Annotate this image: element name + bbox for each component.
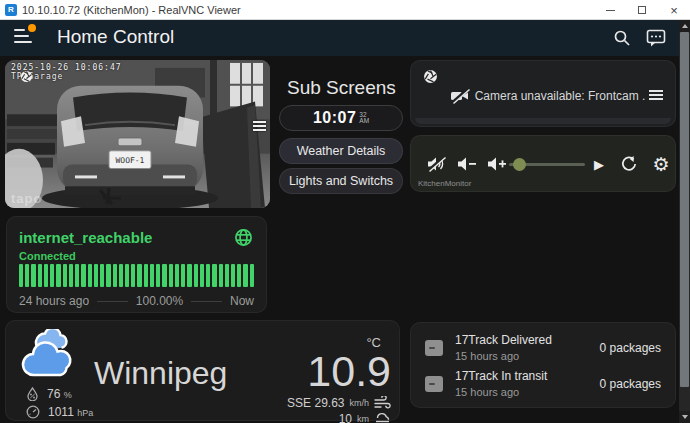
minimize-icon bbox=[606, 10, 615, 11]
card-menu-icon[interactable] bbox=[649, 90, 663, 102]
camera-iris-icon bbox=[423, 69, 438, 84]
history-bar bbox=[100, 264, 104, 287]
history-bar bbox=[175, 264, 179, 287]
camera-card-menu-icon[interactable] bbox=[253, 121, 267, 133]
frontcam-unavailable-card: Camera unavailable: Frontcam . bbox=[410, 60, 676, 127]
track-row-delivered[interactable]: 17Track Delivered 15 hours ago 0 package… bbox=[425, 332, 661, 364]
entity-title: internet_reachable bbox=[19, 229, 152, 246]
slider-knob[interactable] bbox=[513, 158, 526, 171]
close-button[interactable]: × bbox=[658, 0, 690, 20]
garage-camera-feed: WOOF-1 bbox=[5, 60, 270, 208]
history-bar bbox=[212, 264, 216, 287]
refresh-icon bbox=[620, 155, 638, 173]
time-display[interactable]: 10:07 32 AM bbox=[279, 105, 403, 131]
arrow-down-icon bbox=[682, 415, 688, 419]
temperature-value: 10.9 bbox=[287, 350, 391, 394]
camera-iris-icon bbox=[20, 70, 33, 83]
slider-track bbox=[509, 163, 585, 166]
history-bar bbox=[25, 264, 29, 287]
fog-visibility-icon bbox=[374, 412, 391, 423]
refresh-button[interactable] bbox=[617, 153, 641, 175]
weather-card[interactable]: Winnipeg °C 10.9 SSE 29.63 km/h 10 km bbox=[5, 320, 400, 421]
sub-screens-title: Sub Screens bbox=[287, 77, 396, 99]
lights-and-switches-button[interactable]: Lights and Switchs bbox=[279, 168, 403, 194]
visibility-unit: km bbox=[357, 414, 369, 423]
history-bar bbox=[19, 264, 23, 287]
volume-minus-icon bbox=[457, 156, 477, 172]
history-bar bbox=[200, 264, 204, 287]
history-bar bbox=[75, 264, 79, 287]
package-count: 0 packages bbox=[600, 377, 661, 391]
pressure-gauge-icon bbox=[26, 405, 40, 419]
history-bar bbox=[88, 264, 92, 287]
connectivity-history bbox=[19, 264, 254, 287]
history-bar bbox=[56, 264, 60, 287]
partial-card-edge bbox=[415, 118, 671, 124]
assist-chat-button[interactable] bbox=[644, 27, 668, 49]
history-bar bbox=[219, 264, 223, 287]
track-row-in-transit[interactable]: 17Track In transit 15 hours ago 0 packag… bbox=[425, 368, 661, 400]
package-count: 0 packages bbox=[600, 341, 661, 355]
minimize-button[interactable] bbox=[594, 0, 626, 20]
vertical-scrollbar[interactable] bbox=[679, 20, 690, 423]
weather-details-button[interactable]: Weather Details bbox=[279, 138, 403, 164]
history-end-label: Now bbox=[230, 294, 254, 308]
package-icon bbox=[425, 376, 443, 392]
scrollbar-thumb[interactable] bbox=[680, 32, 689, 387]
arrow-up-icon bbox=[682, 24, 688, 28]
globe-icon bbox=[234, 228, 253, 247]
history-bar bbox=[94, 264, 98, 287]
volume-down-button[interactable] bbox=[455, 153, 479, 175]
window-title: 10.10.10.72 (KitchenMon) - RealVNC Viewe… bbox=[22, 4, 241, 16]
wind-value: SSE 29.63 bbox=[287, 396, 344, 410]
volume-slider[interactable] bbox=[509, 153, 585, 175]
maximize-icon bbox=[638, 6, 646, 14]
time-hours-minutes: 10:07 bbox=[313, 109, 356, 127]
scroll-down-button[interactable] bbox=[679, 411, 690, 423]
garage-camera-card[interactable]: WOOF-1 2025-10-26 10:06:47 TP Garage tap… bbox=[5, 60, 270, 208]
history-bar bbox=[144, 264, 148, 287]
history-bar bbox=[150, 264, 154, 287]
menu-icon bbox=[14, 29, 25, 31]
divider bbox=[191, 301, 222, 302]
humidity-unit: % bbox=[64, 390, 72, 400]
history-bar bbox=[250, 264, 254, 287]
scroll-up-button[interactable] bbox=[679, 20, 690, 32]
history-bar bbox=[237, 264, 241, 287]
history-bar bbox=[243, 264, 247, 287]
media-device-label: KitchenMonitor bbox=[418, 179, 471, 188]
realvnc-logo-icon: R bbox=[5, 4, 17, 16]
play-button[interactable]: ▶ bbox=[589, 153, 609, 175]
history-bar bbox=[162, 264, 166, 287]
history-start-label: 24 hours ago bbox=[19, 294, 89, 308]
license-plate-text: WOOF-1 bbox=[116, 156, 145, 165]
history-bar bbox=[156, 264, 160, 287]
search-button[interactable] bbox=[610, 27, 634, 49]
camera-unavailable-message: Camera unavailable: Frontcam . bbox=[471, 89, 649, 103]
history-bar bbox=[50, 264, 54, 287]
video-off-icon bbox=[449, 86, 471, 106]
pressure-value: 1011 bbox=[48, 405, 74, 419]
camera-label: TP Garage bbox=[11, 72, 63, 81]
page-title: Home Control bbox=[57, 26, 174, 48]
volume-plus-icon bbox=[487, 156, 507, 172]
humidity-value: 76 bbox=[47, 387, 60, 401]
sidebar-menu-button[interactable] bbox=[14, 27, 38, 47]
history-footer: 24 hours ago 100.00% Now bbox=[19, 294, 254, 308]
connectivity-status: Connected bbox=[19, 250, 76, 262]
search-icon bbox=[613, 29, 631, 47]
wind-icon bbox=[374, 396, 391, 409]
mute-button[interactable] bbox=[425, 153, 447, 175]
history-bar bbox=[131, 264, 135, 287]
settings-button[interactable]: ⚙ bbox=[649, 153, 673, 175]
history-bar bbox=[31, 264, 35, 287]
history-bar bbox=[206, 264, 210, 287]
internet-reachable-card[interactable]: internet_reachable Connected 24 hours ag… bbox=[6, 216, 267, 313]
vnc-window: R 10.10.10.72 (KitchenMon) - RealVNC Vie… bbox=[0, 0, 690, 423]
tapo-watermark: tapo bbox=[11, 191, 42, 206]
pressure-unit: hPa bbox=[77, 408, 93, 418]
history-bar bbox=[106, 264, 110, 287]
volume-up-button[interactable] bbox=[485, 153, 509, 175]
history-bar bbox=[231, 264, 235, 287]
maximize-button[interactable] bbox=[626, 0, 658, 20]
